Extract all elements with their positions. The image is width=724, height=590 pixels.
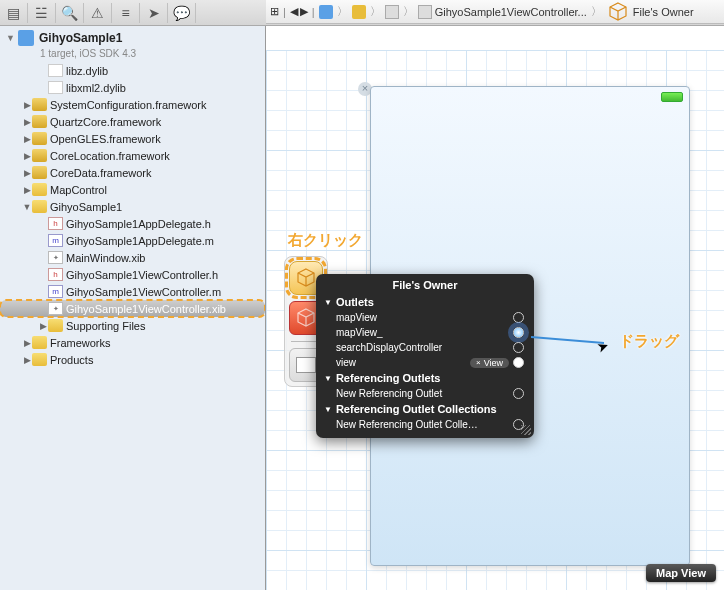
disclosure-icon: ▼ [324,374,332,383]
h-icon: h [48,268,63,281]
tree-row[interactable]: ▶QuartzCore.framework [0,113,265,130]
connection-port-icon[interactable] [513,388,524,399]
tree-row[interactable]: ▶Frameworks [0,334,265,351]
connection-port-icon[interactable] [513,327,524,338]
disclosure-icon[interactable]: ▶ [22,185,32,195]
tree-label: CoreLocation.framework [50,150,170,162]
tree-row[interactable]: ▼GihyoSample1 [0,198,265,215]
tree-label: GihyoSample1AppDelegate.m [66,235,214,247]
interface-builder-canvas: × 右クリック File's Owner ▼OutletsmapViewmapV… [266,26,724,590]
disclosure-icon[interactable]: ▶ [22,134,32,144]
tree-row[interactable]: ▶mGihyoSample1ViewController.m [0,283,265,300]
tree-row[interactable]: ▶Products [0,351,265,368]
path-project-icon[interactable] [319,5,333,19]
tree-label: GihyoSample1AppDelegate.h [66,218,211,230]
outlet-row[interactable]: searchDisplayController [316,340,534,355]
path-file-icon[interactable] [385,5,399,19]
path-forward-icon[interactable]: ▶ [300,5,308,18]
disclosure-icon[interactable]: ▶ [38,321,48,331]
outlet-row[interactable]: mapView [316,310,534,325]
path-xib-seg[interactable]: GihyoSample1ViewController... [418,5,587,19]
tree-label: GihyoSample1ViewController.h [66,269,218,281]
outlet-row[interactable]: view×View [316,355,534,370]
tree-label: SystemConfiguration.framework [50,99,207,111]
tool-breakpoints-icon[interactable]: ➤ [140,3,168,23]
outlet-label: mapView [336,312,513,323]
m-icon: m [48,285,63,298]
tool-debug-icon[interactable]: ≡ [112,3,140,23]
outlet-label: view [336,357,470,368]
tree-label: GihyoSample1ViewController.xib [66,303,226,315]
disclosure-icon[interactable]: ▶ [22,355,32,365]
annotation-drag: ドラッグ [619,332,679,351]
lib-icon [48,81,63,94]
popup-section-header[interactable]: ▼Referencing Outlets [316,370,534,386]
path-back-icon[interactable]: ◀ [290,5,298,18]
battery-icon [661,92,683,102]
connection-pill[interactable]: ×View [470,358,509,368]
tool-files-icon[interactable]: ▤ [0,3,28,23]
tree-label: libxml2.dylib [66,82,126,94]
outlet-label: New Referencing Outlet Colle… [336,419,513,430]
disclosure-icon[interactable]: ▶ [22,151,32,161]
path-nav-related-icon[interactable]: ⊞ [270,5,279,18]
annotation-right-click: 右クリック [288,231,363,250]
tree-row[interactable]: ▶Supporting Files [0,317,265,334]
popup-section-header[interactable]: ▼Outlets [316,294,534,310]
disclosure-icon: ▼ [324,298,332,307]
project-navigator: ▼ GihyoSample1 1 target, iOS SDK 4.3 ▶li… [0,26,266,590]
outlet-row[interactable]: New Referencing Outlet Colle… [316,417,534,432]
tool-search-icon[interactable]: 🔍 [56,3,84,23]
tree-label: GihyoSample1 [50,201,122,213]
tree-label: MainWindow.xib [66,252,145,264]
remove-connection-icon[interactable]: × [476,358,481,367]
tree-row[interactable]: ▶✦GihyoSample1ViewController.xib [0,300,265,317]
path-folder-icon[interactable] [352,5,366,19]
outlet-label: searchDisplayController [336,342,513,353]
disclosure-icon[interactable]: ▶ [22,338,32,348]
tool-symbols-icon[interactable]: ☱ [28,3,56,23]
outlet-label: mapView_ [336,327,513,338]
gf-icon [48,319,63,332]
tree-row[interactable]: ▶hGihyoSample1AppDelegate.h [0,215,265,232]
disclosure-icon[interactable]: ▼ [22,202,32,212]
tree-row[interactable]: ▶SystemConfiguration.framework [0,96,265,113]
disclosure-icon: ▼ [324,405,332,414]
tree-row[interactable]: ▶libz.dylib [0,62,265,79]
status-bar [371,87,689,107]
outlet-row[interactable]: mapView_ [316,325,534,340]
popup-section-header[interactable]: ▼Referencing Outlet Collections [316,401,534,417]
path-owner-label: File's Owner [633,6,694,18]
tree-row[interactable]: ▶MapControl [0,181,265,198]
m-icon: m [48,234,63,247]
fw-icon [32,166,47,179]
tool-logs-icon[interactable]: 💬 [168,3,196,23]
resize-grip-icon[interactable] [521,425,531,435]
connection-port-icon[interactable] [513,357,524,368]
path-owner-seg[interactable]: File's Owner [606,0,694,24]
connection-port-icon[interactable] [513,312,524,323]
tree-label: CoreData.framework [50,167,151,179]
tree-row[interactable]: ▶mGihyoSample1AppDelegate.m [0,232,265,249]
connection-port-icon[interactable] [513,342,524,353]
project-root[interactable]: ▼ GihyoSample1 [0,26,265,50]
path-bar: ⊞ | ◀ ▶ | 〉 〉 〉 GihyoSample1ViewControll… [266,0,724,24]
tree-label: QuartzCore.framework [50,116,161,128]
tree-row[interactable]: ▶CoreData.framework [0,164,265,181]
outlet-row[interactable]: New Referencing Outlet [316,386,534,401]
tree-row[interactable]: ▶hGihyoSample1ViewController.h [0,266,265,283]
fw-icon [32,115,47,128]
tool-issues-icon[interactable]: ⚠ [84,3,112,23]
tree-label: Frameworks [50,337,111,349]
disclosure-icon[interactable]: ▶ [22,117,32,127]
section-title: Referencing Outlet Collections [336,403,497,415]
tree-row[interactable]: ▶OpenGLES.framework [0,130,265,147]
disclosure-icon[interactable]: ▶ [22,100,32,110]
disclosure-icon[interactable]: ▶ [22,168,32,178]
tree-row[interactable]: ▶✦MainWindow.xib [0,249,265,266]
project-name: GihyoSample1 [39,31,122,45]
fw-icon [32,98,47,111]
outlet-label: New Referencing Outlet [336,388,513,399]
tree-row[interactable]: ▶libxml2.dylib [0,79,265,96]
tree-row[interactable]: ▶CoreLocation.framework [0,147,265,164]
